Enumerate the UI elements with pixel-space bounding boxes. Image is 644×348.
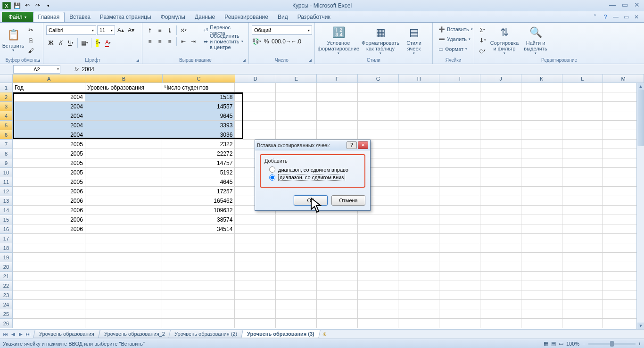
- cell[interactable]: [13, 253, 85, 262]
- cell[interactable]: [85, 130, 163, 140]
- cell[interactable]: [276, 215, 317, 224]
- cell[interactable]: 2004: [13, 102, 85, 111]
- redo-icon[interactable]: ↷: [33, 1, 42, 10]
- cell[interactable]: [235, 130, 276, 140]
- cell[interactable]: [562, 111, 603, 121]
- excel-icon[interactable]: X: [2, 1, 11, 10]
- cell[interactable]: [276, 243, 317, 253]
- cell[interactable]: [276, 262, 317, 272]
- cell[interactable]: [276, 234, 317, 243]
- row-header[interactable]: 6: [0, 130, 13, 140]
- sheet-tab[interactable]: Урочвень образования_2: [98, 330, 171, 338]
- cell[interactable]: [13, 300, 85, 309]
- cell[interactable]: [562, 102, 603, 111]
- align-right-icon[interactable]: ≡: [165, 37, 174, 46]
- fx-icon[interactable]: fx: [74, 66, 79, 73]
- new-sheet-icon[interactable]: ✳: [322, 331, 327, 338]
- cell[interactable]: [521, 253, 562, 262]
- cell[interactable]: [480, 253, 521, 262]
- sheet-tab[interactable]: Урочвень образования: [33, 330, 100, 338]
- cell[interactable]: [85, 158, 163, 168]
- row-header[interactable]: 7: [0, 140, 13, 149]
- cell[interactable]: [521, 158, 562, 168]
- cell[interactable]: [480, 121, 521, 130]
- sort-filter-button[interactable]: ⇅Сортировка и фильтр▾: [489, 24, 520, 57]
- cell[interactable]: [439, 187, 480, 196]
- cell[interactable]: [439, 215, 480, 224]
- cell[interactable]: [276, 290, 317, 300]
- cell[interactable]: [358, 262, 399, 272]
- cell[interactable]: [562, 158, 603, 168]
- cell[interactable]: 2005: [13, 158, 85, 168]
- cell[interactable]: [439, 309, 480, 319]
- cell[interactable]: 2006: [13, 224, 85, 234]
- row-header[interactable]: 10: [0, 168, 13, 177]
- row-header[interactable]: 15: [0, 215, 13, 224]
- cell[interactable]: [398, 300, 439, 309]
- cell[interactable]: [521, 290, 562, 300]
- cell[interactable]: [13, 309, 85, 319]
- cell[interactable]: [521, 140, 562, 149]
- cell[interactable]: [480, 149, 521, 158]
- cell[interactable]: [480, 140, 521, 149]
- cell[interactable]: [85, 300, 163, 309]
- cell[interactable]: [317, 281, 358, 290]
- cell[interactable]: [13, 234, 85, 243]
- cell[interactable]: [521, 187, 562, 196]
- cell[interactable]: [276, 319, 317, 328]
- row-header[interactable]: 25: [0, 309, 13, 319]
- cell[interactable]: [480, 243, 521, 253]
- cell[interactable]: 34514: [162, 224, 235, 234]
- cell[interactable]: [480, 290, 521, 300]
- cell[interactable]: [235, 224, 276, 234]
- cell[interactable]: [13, 281, 85, 290]
- cell[interactable]: [521, 224, 562, 234]
- alignment-launcher-icon[interactable]: ◢: [242, 58, 246, 63]
- column-header[interactable]: L: [562, 75, 603, 83]
- cell[interactable]: [235, 215, 276, 224]
- cell[interactable]: 4645: [162, 177, 235, 187]
- cell[interactable]: [235, 234, 276, 243]
- cell[interactable]: 2005: [13, 168, 85, 177]
- cell[interactable]: [521, 177, 562, 187]
- cell[interactable]: 2004: [13, 92, 85, 102]
- cell[interactable]: [480, 224, 521, 234]
- cell[interactable]: [358, 272, 399, 281]
- increase-indent-icon[interactable]: ⇥: [189, 37, 198, 46]
- cell[interactable]: [439, 290, 480, 300]
- cell[interactable]: [398, 281, 439, 290]
- cell[interactable]: [13, 243, 85, 253]
- cell[interactable]: [317, 253, 358, 262]
- cell[interactable]: [562, 253, 603, 262]
- column-header[interactable]: M: [603, 75, 644, 83]
- cell[interactable]: [358, 83, 399, 92]
- cell[interactable]: [358, 111, 399, 121]
- cell[interactable]: [562, 234, 603, 243]
- cell[interactable]: [276, 102, 317, 111]
- cell[interactable]: [235, 92, 276, 102]
- cell[interactable]: 5192: [162, 168, 235, 177]
- copy-icon[interactable]: ⎘: [25, 35, 36, 45]
- minimize-button[interactable]: ―: [608, 1, 617, 8]
- cell[interactable]: 2322: [162, 140, 235, 149]
- cell[interactable]: [317, 290, 358, 300]
- cell[interactable]: [85, 234, 163, 243]
- format-cells-button[interactable]: ▭Формат▾: [436, 44, 471, 54]
- cell[interactable]: [358, 281, 399, 290]
- cell[interactable]: [439, 262, 480, 272]
- row-header[interactable]: 2: [0, 92, 13, 102]
- zoom-level[interactable]: 100%: [566, 341, 579, 347]
- cell[interactable]: 3036: [162, 130, 235, 140]
- sheet-tab[interactable]: Урочвень образования (2): [168, 330, 243, 338]
- cell[interactable]: [439, 158, 480, 168]
- cell[interactable]: [480, 234, 521, 243]
- align-middle-icon[interactable]: ≡: [155, 25, 165, 35]
- cell[interactable]: 2006: [13, 215, 85, 224]
- cell[interactable]: [276, 224, 317, 234]
- decrease-decimal-icon[interactable]: ←.0: [291, 37, 301, 46]
- cell[interactable]: [521, 92, 562, 102]
- cell[interactable]: [562, 319, 603, 328]
- cancel-button[interactable]: Отмена: [331, 195, 365, 206]
- cell[interactable]: [521, 206, 562, 215]
- cell[interactable]: [480, 196, 521, 206]
